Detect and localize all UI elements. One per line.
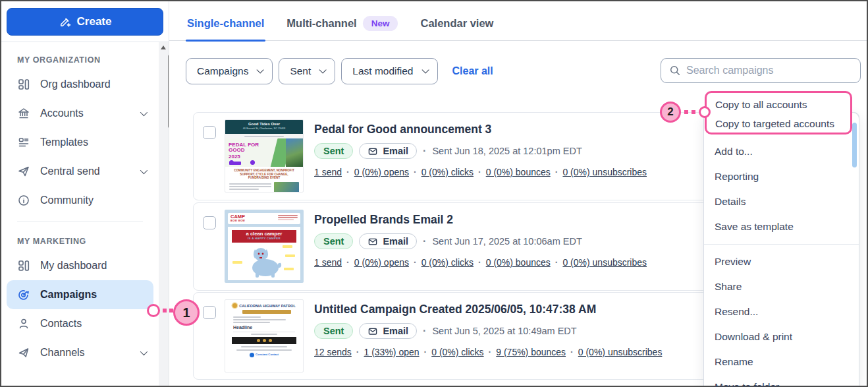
sidebar-item-label: Templates bbox=[40, 136, 88, 148]
menu-item-resend[interactable]: Resend... bbox=[704, 299, 859, 324]
sidebar: Create MY ORGANIZATION Org dashboard Acc… bbox=[1, 1, 169, 386]
chevron-down-icon bbox=[319, 66, 327, 73]
sidebar-item-accounts[interactable]: Accounts bbox=[7, 99, 153, 128]
tab-label: Single-channel bbox=[187, 17, 264, 30]
text-line bbox=[233, 319, 286, 320]
menu-item-details[interactable]: Details bbox=[704, 189, 859, 214]
dot-separator: · bbox=[414, 167, 417, 177]
envelope-icon bbox=[367, 237, 378, 247]
clear-all-link[interactable]: Clear all bbox=[452, 65, 493, 77]
tab-calendar-view[interactable]: Calendar view bbox=[420, 7, 493, 41]
campaign-title[interactable]: Propelled Brands Email 2 bbox=[314, 213, 647, 227]
menu-items-group-b: Preview Share Resend... Download & print… bbox=[704, 249, 859, 387]
thumb-org-name: Good Tides Over bbox=[225, 122, 303, 126]
menu-item-save-as-template[interactable]: Save as template bbox=[704, 214, 859, 239]
thumb-brand-sub: BOW WOW bbox=[231, 220, 245, 222]
menu-item-rename[interactable]: Rename bbox=[704, 349, 859, 374]
campaign-thumbnail[interactable]: CALIFORNIA HIGHWAY PATROL Headline bbox=[225, 299, 304, 372]
menu-item-add-to[interactable]: Add to... bbox=[704, 139, 859, 164]
campaign-title[interactable]: Untitled Campaign Created 2025/06/05, 10… bbox=[314, 303, 662, 316]
sun-badge-icon bbox=[232, 303, 237, 308]
menu-item-copy-to-targeted-accounts[interactable]: Copy to targeted accounts bbox=[707, 114, 850, 133]
stat-sends-link[interactable]: 1 send bbox=[314, 257, 342, 268]
search-icon bbox=[669, 65, 681, 76]
templates-icon bbox=[17, 136, 30, 149]
stat-clicks-link[interactable]: 0 (0%) clicks bbox=[421, 257, 474, 268]
row-checkbox[interactable] bbox=[203, 306, 216, 319]
campaign-thumbnail[interactable]: CAMP BOW WOW a clean camper IS A HAPPY C… bbox=[225, 210, 304, 283]
text-line bbox=[244, 136, 284, 137]
menu-divider bbox=[704, 244, 859, 245]
stat-unsubscribes-link[interactable]: 0 (0%) unsubscribes bbox=[562, 167, 647, 177]
scrollbar-up-arrow-icon[interactable] bbox=[161, 45, 166, 49]
channel-badge: Email bbox=[359, 323, 417, 339]
campaign-title[interactable]: Pedal for Good announcement 3 bbox=[314, 123, 647, 136]
stat-opens-link[interactable]: 0 (0%) opens bbox=[354, 257, 409, 268]
dot-separator: · bbox=[478, 257, 481, 268]
logo-mark bbox=[250, 353, 254, 357]
brand-block: CAMP BOW WOW bbox=[231, 214, 245, 223]
stat-bounces-link[interactable]: 0 (0%) bounces bbox=[486, 167, 551, 177]
menu-item-move-to-folder[interactable]: Move to folder bbox=[704, 374, 859, 387]
chevron-down-icon bbox=[140, 348, 148, 355]
filter-label: Sent bbox=[290, 65, 311, 77]
social-icon bbox=[269, 339, 272, 342]
filter-status-dropdown[interactable]: Sent bbox=[279, 58, 335, 84]
annotation-step-2: 2 bbox=[660, 102, 681, 123]
sidebar-item-org-dashboard[interactable]: Org dashboard bbox=[7, 70, 153, 99]
search-input[interactable] bbox=[686, 65, 854, 76]
stat-sends-link[interactable]: 12 sends bbox=[314, 347, 352, 357]
sent-date: Sent Jun 17, 2025 at 10:06am EDT bbox=[432, 236, 582, 247]
dot-separator: · bbox=[423, 235, 426, 247]
row-checkbox[interactable] bbox=[203, 216, 216, 229]
stat-opens-link[interactable]: 0 (0%) opens bbox=[354, 167, 409, 177]
stat-bounces-link[interactable]: 9 (75%) bounces bbox=[496, 347, 566, 357]
text-line bbox=[236, 349, 292, 351]
create-button[interactable]: Create bbox=[7, 8, 163, 36]
tab-single-channel[interactable]: Single-channel bbox=[187, 7, 264, 41]
text-line bbox=[278, 217, 298, 218]
main-content: Single-channel Multi-channel New Calenda… bbox=[169, 1, 867, 386]
menu-item-reporting[interactable]: Reporting bbox=[704, 164, 859, 189]
row-checkbox[interactable] bbox=[203, 126, 216, 139]
filter-sort-dropdown[interactable]: Last modified bbox=[341, 58, 437, 84]
stat-clicks-link[interactable]: 0 (0%) clicks bbox=[421, 167, 474, 177]
dot-separator: · bbox=[414, 257, 417, 268]
text-line bbox=[233, 316, 261, 318]
active-tab-indicator bbox=[186, 40, 265, 42]
stat-unsubscribes-link[interactable]: 0 (0%) unsubscribes bbox=[578, 347, 663, 357]
stat-clicks-link[interactable]: 0 (0%) clicks bbox=[431, 347, 483, 357]
sent-date: Sent Jun 18, 2025 at 12:01pm EDT bbox=[432, 146, 582, 156]
constant-contact-logo: Constant Contact bbox=[225, 353, 303, 357]
tab-multi-channel[interactable]: Multi-channel New bbox=[286, 7, 398, 41]
sidebar-item-community[interactable]: Community bbox=[7, 186, 153, 215]
thumb-org-address: 40 Everett St, Charleston, SC 29403 bbox=[225, 127, 303, 130]
menu-item-preview[interactable]: Preview bbox=[704, 249, 859, 274]
sidebar-item-my-dashboard[interactable]: My dashboard bbox=[7, 251, 153, 280]
status-badge: Sent bbox=[314, 323, 353, 339]
sidebar-item-central-send[interactable]: Central send bbox=[7, 157, 153, 186]
sidebar-item-channels[interactable]: Channels bbox=[7, 338, 153, 367]
sidebar-item-templates[interactable]: Templates bbox=[7, 128, 153, 157]
menu-item-download-print[interactable]: Download & print bbox=[704, 324, 859, 349]
filter-type-dropdown[interactable]: Campaigns bbox=[186, 58, 273, 84]
dashboard-icon bbox=[17, 78, 30, 91]
stat-unsubscribes-link[interactable]: 0 (0%) unsubscribes bbox=[562, 257, 647, 268]
envelope-icon bbox=[367, 326, 378, 336]
stat-sends-link[interactable]: 1 send bbox=[314, 167, 342, 177]
thumb-cta-button bbox=[229, 162, 241, 165]
menu-item-copy-to-all-accounts[interactable]: Copy to all accounts bbox=[707, 95, 850, 114]
dog-illustration bbox=[244, 244, 285, 278]
sidebar-item-contacts[interactable]: Contacts bbox=[7, 309, 153, 338]
thumb-headline: Headline bbox=[225, 323, 303, 331]
campaigns-target-icon bbox=[17, 288, 30, 301]
menu-scrollbar-thumb[interactable] bbox=[852, 123, 857, 167]
campaign-thumbnail[interactable]: Good Tides Over 40 Everett St, Charlesto… bbox=[225, 119, 304, 193]
stat-opens-link[interactable]: 1 (33%) open bbox=[364, 347, 420, 357]
sidebar-item-label: My dashboard bbox=[40, 260, 107, 272]
stat-bounces-link[interactable]: 0 (0%) bounces bbox=[486, 257, 551, 268]
sidebar-item-campaigns[interactable]: Campaigns bbox=[7, 280, 153, 309]
campaign-stats: 1 send · 0 (0%) opens · 0 (0%) clicks · … bbox=[314, 167, 647, 177]
menu-item-share[interactable]: Share bbox=[704, 274, 859, 299]
sidebar-scrollbar[interactable] bbox=[159, 42, 169, 386]
